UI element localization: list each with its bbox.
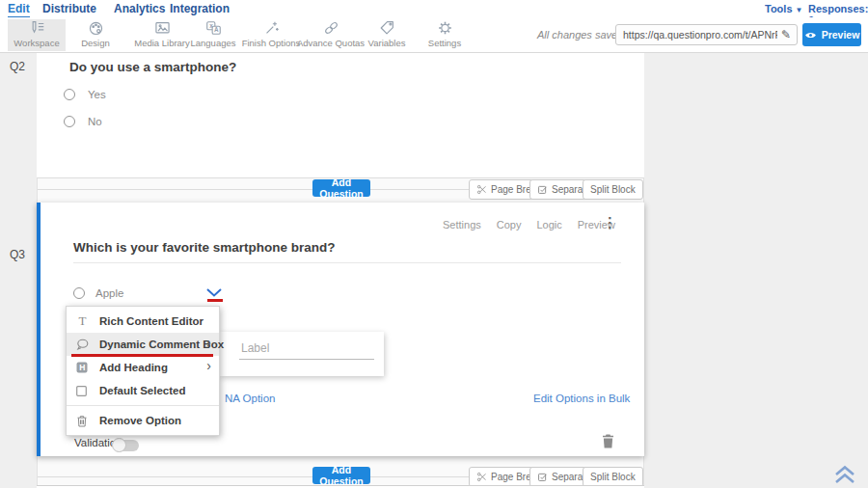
top-nav: Edit Distribute Analytics Integration To… [0, 0, 868, 17]
scissors-icon [476, 184, 487, 195]
split-block-label: Split Block [590, 472, 636, 482]
annotation-underline-chevron [207, 299, 223, 302]
tab-finish-options-label: Finish Options [242, 38, 301, 48]
double-chevron-up-icon [833, 465, 856, 484]
tab-advance-quotas-label: Advance Quotas [297, 38, 365, 48]
menu-item-label: Remove Option [99, 415, 181, 426]
add-question-button[interactable]: Add Question [312, 467, 370, 484]
trash-icon [76, 415, 89, 427]
validation-toggle[interactable] [114, 440, 139, 451]
editor-toolbar: Workspace Design Media Library [0, 17, 868, 53]
tab-languages-label: Languages [190, 38, 235, 48]
add-question-label: Add Question [318, 176, 365, 200]
option-menu-chevron-icon[interactable] [206, 288, 222, 297]
option-label[interactable]: Yes [88, 89, 106, 100]
split-block-label: Split Block [590, 184, 636, 195]
comment-label-input[interactable] [239, 339, 374, 360]
tab-settings[interactable]: Settings [420, 19, 469, 51]
split-block-button[interactable]: Split Block [583, 467, 643, 487]
add-question-label: Add Question [318, 464, 365, 487]
separator-icon [537, 184, 548, 195]
eye-icon [804, 31, 817, 40]
annotation-underline-menu-item [71, 354, 213, 357]
menu-item-add-heading[interactable]: H Add Heading › [67, 356, 219, 379]
nav-integration[interactable]: Integration [170, 2, 230, 15]
survey-canvas: Q2 Do you use a smartphone? Yes No Add Q… [0, 53, 868, 488]
tools-menu[interactable]: Tools ▼ [765, 3, 803, 14]
answer-option-row: Apple [73, 287, 123, 299]
menu-item-rich-content-editor[interactable]: T Rich Content Editor [67, 310, 219, 333]
edit-options-in-bulk-link[interactable]: Edit Options in Bulk [533, 393, 630, 404]
caret-down-icon: ▼ [796, 6, 803, 14]
menu-item-label: Add Heading [99, 362, 168, 373]
workspace-icon [28, 19, 46, 37]
preview-label: Preview [822, 29, 860, 41]
tab-variables-label: Variables [368, 38, 406, 48]
palette-icon [87, 19, 105, 37]
option-label[interactable]: Apple [95, 287, 123, 299]
toggle-knob [112, 438, 126, 452]
heading-icon: H [76, 362, 89, 373]
question-card-q2[interactable]: Do you use a smartphone? Yes No [37, 53, 644, 178]
option-label[interactable]: No [88, 116, 102, 127]
tab-settings-label: Settings [428, 38, 461, 48]
tab-languages[interactable]: x A Languages [185, 19, 241, 51]
gear-icon [436, 19, 454, 37]
na-option-link[interactable]: NA Option [225, 393, 275, 404]
split-block-button[interactable]: Split Block [583, 179, 643, 200]
question-title[interactable]: Which is your favorite smartphone brand? [73, 240, 336, 255]
nav-edit[interactable]: Edit [8, 2, 30, 18]
tools-label: Tools [765, 3, 793, 14]
tab-workspace-label: Workspace [14, 38, 59, 48]
answer-option-row: Yes [64, 89, 106, 100]
menu-item-dynamic-comment-box[interactable]: Dynamic Comment Box › [67, 333, 219, 356]
scroll-to-top-button[interactable] [833, 465, 856, 484]
title-underline [73, 262, 621, 263]
question-number-q3: Q3 [10, 248, 25, 261]
submenu-arrow-icon: › [206, 358, 211, 373]
question-toolbar: Settings Copy Logic Preview [443, 219, 615, 230]
tab-workspace[interactable]: Workspace [8, 19, 66, 51]
menu-item-label: Rich Content Editor [99, 315, 203, 327]
tab-design[interactable]: Design [69, 19, 122, 51]
menu-item-label: Dynamic Comment Box [99, 339, 224, 350]
menu-divider [67, 405, 219, 406]
nav-analytics[interactable]: Analytics [114, 2, 165, 15]
question-settings-link[interactable]: Settings [443, 219, 481, 230]
save-status: All changes saved [537, 29, 623, 41]
delete-question-trash-icon[interactable] [602, 434, 614, 448]
question-logic-link[interactable]: Logic [536, 219, 561, 230]
scissors-icon [476, 472, 487, 482]
radio-button[interactable] [73, 287, 85, 299]
text-format-icon: T [76, 313, 89, 329]
option-context-menu: T Rich Content Editor Dynamic Comment Bo… [66, 306, 220, 436]
radio-button[interactable] [64, 116, 75, 127]
chain-link-icon [322, 19, 340, 37]
translate-icon: x A [204, 19, 223, 37]
menu-item-remove-option[interactable]: Remove Option [67, 409, 219, 432]
radio-button[interactable] [64, 89, 75, 100]
svg-text:x: x [209, 22, 213, 29]
checkbox-icon [76, 386, 89, 396]
survey-url-input[interactable] [616, 29, 781, 41]
survey-url-box: ✎ [615, 24, 798, 45]
tab-design-label: Design [81, 38, 110, 48]
tab-variables[interactable]: Variables [360, 19, 414, 51]
question-copy-link[interactable]: Copy [497, 219, 522, 230]
svg-text:A: A [214, 26, 219, 33]
survey-editor-app: Edit Distribute Analytics Integration To… [0, 0, 868, 488]
tab-media-library-label: Media Library [134, 38, 190, 48]
question-more-menu-icon[interactable]: ⋮ [603, 215, 617, 230]
menu-item-default-selected[interactable]: Default Selected [67, 379, 219, 402]
preview-button[interactable]: Preview [802, 23, 861, 46]
edit-url-pencil-icon[interactable]: ✎ [781, 28, 797, 41]
answer-option-row: No [64, 116, 102, 127]
tab-advance-quotas[interactable]: Advance Quotas [293, 19, 368, 51]
svg-text:H: H [79, 363, 85, 372]
comment-box-label-panel [220, 332, 384, 376]
question-title: Do you use a smartphone? [69, 60, 236, 74]
nav-distribute[interactable]: Distribute [42, 2, 96, 15]
tag-icon [378, 19, 396, 37]
add-question-button[interactable]: Add Question [312, 179, 370, 197]
magic-wand-icon [262, 19, 281, 37]
